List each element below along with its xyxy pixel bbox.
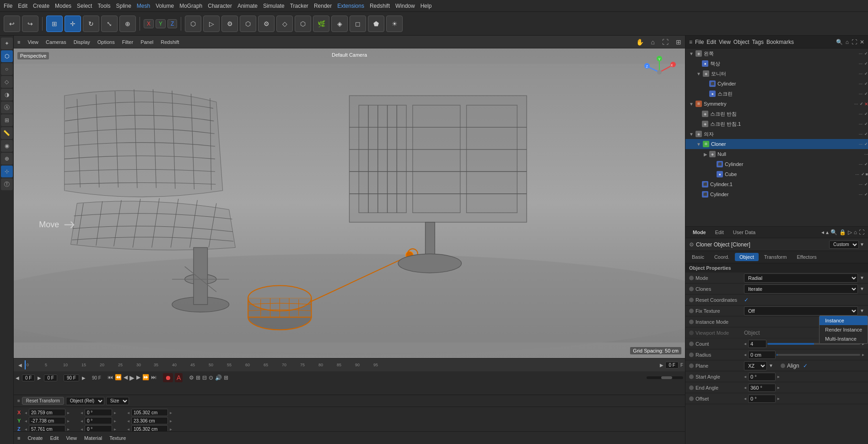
axis-z[interactable]: Z — [167, 19, 177, 28]
sidebar-icon-eye[interactable]: ◉ — [1, 140, 13, 152]
prop-nav-left[interactable]: ◂ — [821, 229, 824, 235]
coord-y-size[interactable]: 23.306 cm — [131, 417, 168, 424]
viewport-menu-options[interactable]: Options — [97, 39, 115, 45]
mode-btn-12[interactable]: ☀ — [386, 16, 403, 32]
scale-tool-button[interactable]: ⤡ — [101, 16, 118, 32]
attr-tab-effectors[interactable]: Effectors — [792, 253, 821, 261]
attr-tab-transform[interactable]: Transform — [760, 253, 792, 261]
menu-tracker[interactable]: Tracker — [290, 3, 308, 9]
fix-texture-dropdown[interactable]: Off — [744, 306, 858, 316]
timeline-prev[interactable]: ◀ — [16, 358, 25, 371]
axis-x[interactable]: X — [144, 19, 154, 28]
motion-btn[interactable]: ⊙ — [209, 374, 213, 381]
tree-arrow-null[interactable]: ▶ — [704, 152, 707, 157]
coord-y-next[interactable]: ▸ — [67, 418, 70, 423]
menu-volume[interactable]: Volume — [156, 3, 174, 9]
mode-btn-1[interactable]: ⬡ — [185, 16, 201, 32]
tree-item-cylinder1[interactable]: ▶ ⬛ Cylinder.1 ··· ✓ — [685, 179, 868, 189]
menu-file[interactable]: File — [4, 3, 12, 9]
timeline-next[interactable]: ▶ — [660, 363, 663, 368]
tree-arrow-symmetry[interactable]: ▼ — [689, 102, 694, 107]
mode-tab-edit[interactable]: Edit — [712, 229, 728, 236]
tree-item-의자[interactable]: ▼ ◈ 의자 ··· ✓ — [685, 129, 868, 139]
layer-btn[interactable]: ⊟ — [202, 374, 207, 381]
play-start-btn[interactable]: ⏮ — [108, 374, 113, 381]
radius-next[interactable]: ▸ — [862, 352, 864, 357]
obj-tree-file[interactable]: File — [695, 39, 704, 45]
tree-item-cloner[interactable]: ▼ ⊞ Cloner ··· ✓ — [685, 139, 868, 149]
obj-tree-expand-icon[interactable]: ⛶ — [852, 39, 857, 45]
coord-y-size-next[interactable]: ▸ — [170, 418, 172, 423]
mode-tab-mode[interactable]: Mode — [689, 229, 710, 236]
3d-viewport[interactable]: Perspective Default Camera — [14, 48, 685, 358]
coord-z-rot-next[interactable]: ▸ — [114, 427, 116, 432]
mode-btn-2[interactable]: ▷ — [203, 16, 220, 32]
tree-arrow-왼쪽[interactable]: ▼ — [689, 51, 694, 56]
menu-extensions[interactable]: Extensions — [337, 3, 364, 9]
sidebar-icon-motion[interactable]: Ⓐ — [1, 102, 13, 113]
end-angle-prev[interactable]: ◂ — [744, 385, 746, 390]
sidebar-icon-text[interactable]: Ⓣ — [1, 178, 13, 190]
offset-next[interactable]: ▸ — [777, 396, 780, 401]
sidebar-icon-move[interactable]: ⊹ — [1, 166, 13, 177]
coord-y-size-prev[interactable]: ◂ — [127, 418, 129, 423]
obj-mode-arrow[interactable]: ▼ — [860, 242, 864, 247]
current-frame-display[interactable]: 0 F — [665, 362, 678, 369]
viewport-menu-filter[interactable]: Filter — [122, 39, 133, 45]
select-tool-button[interactable]: ⊞ — [46, 16, 63, 32]
fix-texture-arrow[interactable]: ▼ — [860, 308, 864, 313]
settings-btn[interactable]: ⚙ — [189, 374, 194, 381]
coord-y-rot-prev[interactable]: ◂ — [81, 418, 83, 423]
tree-arrow-모니터[interactable]: ▼ — [696, 71, 701, 76]
bottom-material[interactable]: Material — [84, 435, 102, 441]
redo-button[interactable]: ↪ — [22, 16, 38, 32]
attr-tab-object[interactable]: Object — [735, 253, 759, 261]
mode-tab-userdata[interactable]: User Data — [729, 229, 760, 236]
viewport-menu-icon2[interactable]: ⊞ — [676, 38, 681, 46]
coord-x-rot-prev[interactable]: ◂ — [81, 410, 83, 415]
viewport-menu-icon[interactable]: ≡ — [17, 39, 20, 45]
start-angle-next[interactable]: ▸ — [777, 374, 780, 379]
object-rel-dropdown[interactable]: Object (Rel) — [66, 397, 104, 405]
start-angle-prev[interactable]: ◂ — [744, 374, 746, 379]
record-btn[interactable]: ⏺ — [163, 373, 173, 382]
clones-dropdown[interactable]: Iterate — [744, 284, 858, 294]
viewport-menu-view[interactable]: View — [27, 39, 38, 45]
tree-item-cube[interactable]: ▶ ■ Cube ··· ✓ ■ — [685, 169, 868, 179]
mode-btn-11[interactable]: ⬟ — [368, 16, 384, 32]
menu-help[interactable]: Help — [421, 3, 432, 9]
end-angle-input[interactable] — [748, 384, 776, 392]
reset-transform-btn[interactable]: Reset Transform — [22, 397, 64, 405]
obj-tree-object[interactable]: Object — [733, 39, 749, 45]
undo-button[interactable]: ↩ — [4, 16, 20, 32]
tree-item-symmetry[interactable]: ▼ ⊞ Symmetry ··· ✓ ✕ — [685, 99, 868, 109]
obj-tree-home-icon[interactable]: ⌂ — [846, 39, 849, 45]
coord-y-prev[interactable]: ◂ — [25, 418, 27, 423]
mode-btn-8[interactable]: 🌿 — [313, 16, 329, 32]
menu-render[interactable]: Render — [314, 3, 332, 9]
viewport-drag-icon[interactable]: ✋ — [636, 38, 644, 46]
instance-btn-multi[interactable]: Multi-Instance — [819, 334, 868, 343]
menu-animate[interactable]: Animate — [237, 3, 258, 9]
clones-dropdown-arrow[interactable]: ▼ — [860, 286, 864, 291]
align-check[interactable]: ✓ — [803, 363, 808, 369]
sound-btn[interactable]: 🔊 — [215, 374, 222, 381]
coord-z-prev[interactable]: ◂ — [25, 427, 27, 432]
sidebar-icon-poly[interactable]: ⬡ — [1, 50, 13, 62]
attr-tab-basic[interactable]: Basic — [687, 253, 709, 261]
tree-item-cylinder-null[interactable]: ▶ ⬛ Cylinder ··· ✓ — [685, 159, 868, 169]
timeline-end-btn[interactable]: ▶ — [38, 375, 41, 380]
viewport-menu-cameras[interactable]: Cameras — [46, 39, 66, 45]
script-btn[interactable]: ⊞ — [224, 374, 228, 381]
coord-x-rot-next[interactable]: ▸ — [114, 410, 116, 415]
menu-modes[interactable]: Modes — [55, 3, 71, 9]
viewport-home-icon[interactable]: ⌂ — [651, 38, 655, 46]
reset-coords-check[interactable]: ✓ — [744, 297, 749, 303]
count-input[interactable] — [748, 340, 766, 348]
bottom-view[interactable]: View — [66, 435, 77, 441]
coord-x-pos[interactable]: 20.759 cm — [29, 409, 65, 416]
obj-tree-close-icon[interactable]: ✕ — [860, 39, 864, 45]
tree-item-cylinder3[interactable]: ▶ ⬛ Cylinder ··· ✓ — [685, 189, 868, 199]
mode-btn-5[interactable]: ⚙ — [258, 16, 275, 32]
object-tree[interactable]: ▼ ◈ 왼쪽 ··· ✓ ▶ ■ 책상 ··· ✓ ▼ ◈ 모니터 ·· — [685, 48, 868, 227]
